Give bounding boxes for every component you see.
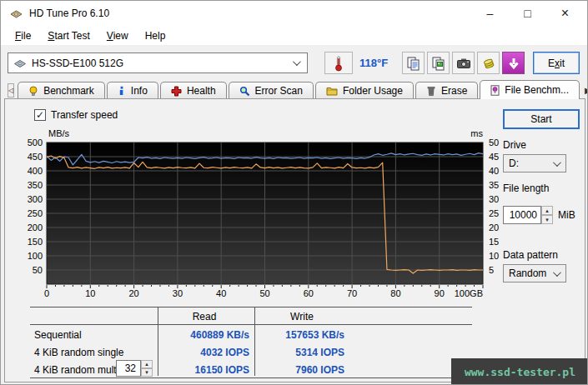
- thermometer-icon: [333, 55, 344, 72]
- row-label-sequential: Sequential: [34, 329, 82, 341]
- window-title: HD Tune Pro 6.10: [29, 8, 109, 19]
- chevron-down-icon: [553, 158, 561, 167]
- svg-text:500: 500: [28, 138, 43, 148]
- svg-text:100GB: 100GB: [455, 288, 483, 298]
- app-disk-icon: [9, 7, 23, 21]
- save-results-button[interactable]: [477, 52, 500, 74]
- file-length-label: File length: [503, 182, 549, 194]
- queue-depth-up-button[interactable]: ▲: [141, 360, 153, 368]
- svg-text:10: 10: [489, 251, 499, 261]
- svg-text:400: 400: [28, 166, 43, 176]
- svg-text:40: 40: [216, 288, 226, 298]
- queue-depth-down-button[interactable]: ▼: [141, 368, 153, 377]
- svg-text:50: 50: [259, 288, 269, 298]
- svg-text:450: 450: [28, 152, 43, 162]
- maximize-button[interactable]: □: [509, 1, 546, 26]
- svg-text:30: 30: [173, 288, 183, 298]
- table-divider: [254, 307, 255, 376]
- table-divider: [30, 324, 472, 325]
- temperature-button[interactable]: [324, 52, 353, 74]
- svg-text:150: 150: [28, 237, 43, 247]
- copy-text-button[interactable]: [402, 52, 425, 74]
- export-button[interactable]: [502, 52, 525, 74]
- svg-text:200: 200: [28, 222, 43, 232]
- table-divider: [158, 307, 158, 376]
- tab-health[interactable]: Health: [160, 82, 227, 99]
- tab-info[interactable]: Info: [107, 82, 158, 99]
- svg-text:20: 20: [128, 288, 138, 298]
- svg-text:45: 45: [489, 152, 499, 162]
- sequential-read-value: 460889 KB/s: [161, 329, 249, 341]
- info-icon: [118, 86, 126, 97]
- exit-button[interactable]: Exit: [533, 52, 580, 74]
- menu-start-test[interactable]: Start Test: [40, 28, 97, 44]
- tab-erase[interactable]: Erase: [415, 82, 478, 99]
- tab-error-scan[interactable]: Error Scan: [229, 82, 314, 99]
- menu-help[interactable]: Help: [138, 28, 173, 44]
- target-drive-select[interactable]: D:: [503, 154, 566, 172]
- selected-drive-label: HS-SSD-E100 512G: [32, 58, 123, 69]
- svg-text:80: 80: [390, 288, 400, 298]
- svg-text:350: 350: [28, 180, 43, 190]
- chart-area: 5010015020025030035040045050051015202530…: [24, 128, 504, 307]
- tab-file-benchmark[interactable]: File Benchm...: [480, 80, 580, 99]
- minimize-button[interactable]: –: [471, 1, 509, 26]
- hd-tune-window: HD Tune Pro 6.10 – □ × File Start Test V…: [0, 0, 588, 385]
- close-button[interactable]: ×: [546, 1, 584, 26]
- transfer-speed-option[interactable]: ✓ Transfer speed: [34, 109, 118, 121]
- disk-stack-icon: [481, 56, 496, 71]
- random-single-write-value: 5314 IOPS: [258, 347, 344, 358]
- random-multi-write-value: 7960 IOPS: [258, 364, 344, 376]
- toolbar: HS-SSD-E100 512G 118°F: [1, 45, 587, 81]
- start-button[interactable]: Start: [503, 109, 580, 129]
- health-cross-icon: [171, 86, 182, 97]
- svg-text:100: 100: [28, 251, 43, 261]
- tab-scroll-left-button[interactable]: ◁: [8, 83, 14, 98]
- svg-text:50: 50: [489, 138, 499, 148]
- temperature-value: 118°F: [359, 57, 388, 69]
- transfer-speed-label: Transfer speed: [51, 109, 118, 121]
- svg-text:5: 5: [489, 265, 494, 275]
- row-label-random-single: 4 KiB random single: [34, 347, 123, 358]
- random-single-read-value: 4032 IOPS: [161, 347, 249, 358]
- transfer-speed-checkbox[interactable]: ✓: [34, 109, 46, 121]
- disk-icon: [13, 58, 27, 69]
- data-pattern-select[interactable]: Random: [503, 264, 566, 282]
- write-column-header: Write: [256, 311, 348, 322]
- drive-combobox[interactable]: HS-SSD-E100 512G: [8, 52, 308, 73]
- svg-text:0: 0: [44, 288, 49, 298]
- file-length-spinner: ▲ ▼: [541, 206, 553, 224]
- copy-image-icon: [431, 56, 446, 71]
- tab-scroll-right-button[interactable]: ▶: [585, 83, 588, 98]
- copy-text-icon: [406, 56, 421, 71]
- down-arrow-icon: [507, 57, 520, 70]
- folder-icon: [326, 86, 338, 96]
- menu-view[interactable]: View: [99, 28, 136, 44]
- svg-text:40: 40: [489, 166, 499, 176]
- sequential-write-value: 157653 KB/s: [258, 329, 344, 341]
- row-label-random-multi: 4 KiB random multi: [34, 364, 118, 376]
- queue-depth-spinner: ▲ ▼: [141, 360, 153, 377]
- copy-image-button[interactable]: [427, 52, 450, 74]
- file-length-input[interactable]: 10000: [503, 206, 541, 224]
- transfer-speed-chart: 5010015020025030035040045050051015202530…: [24, 128, 504, 304]
- menu-file[interactable]: File: [8, 28, 38, 44]
- file-length-unit: MiB: [558, 209, 575, 221]
- svg-text:35: 35: [489, 180, 499, 190]
- svg-text:10: 10: [85, 288, 95, 298]
- svg-text:MB/s: MB/s: [48, 128, 70, 138]
- file-length-up-button[interactable]: ▲: [541, 206, 553, 215]
- drive-label: Drive: [503, 139, 526, 151]
- queue-depth-input[interactable]: 32: [116, 360, 141, 377]
- file-length-down-button[interactable]: ▼: [541, 215, 553, 224]
- trash-icon: [426, 86, 436, 97]
- svg-text:70: 70: [347, 288, 357, 298]
- svg-text:15: 15: [489, 237, 499, 247]
- screenshot-button[interactable]: [452, 52, 475, 74]
- random-multi-read-value: 16150 IOPS: [161, 364, 249, 376]
- tab-benchmark[interactable]: Benchmark: [18, 82, 105, 99]
- lightbulb-icon: [28, 86, 38, 97]
- tab-folder-usage[interactable]: Folder Usage: [315, 82, 414, 99]
- svg-text:25: 25: [489, 208, 499, 218]
- svg-text:300: 300: [28, 194, 43, 204]
